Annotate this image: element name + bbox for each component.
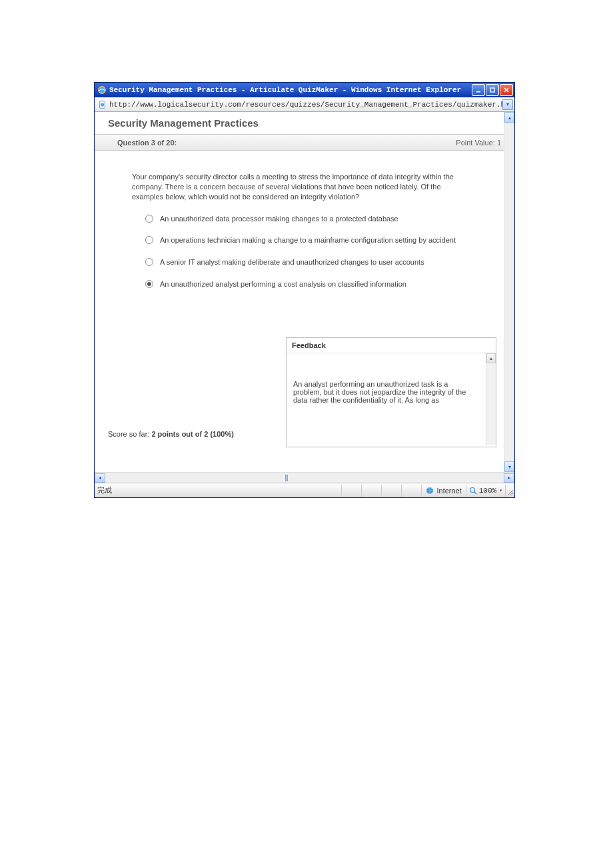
zoom-value: 100%	[479, 487, 496, 495]
quiz-body: Your company's security director calls a…	[95, 151, 514, 303]
titlebar[interactable]: Security Management Practices - Articula…	[95, 83, 514, 97]
status-panel-2	[361, 485, 381, 497]
question-text: Your company's security director calls a…	[132, 172, 468, 202]
globe-icon	[426, 487, 434, 495]
chevron-down-icon: ▾	[508, 464, 511, 470]
address-bar: http://www.logicalsecurity.com/resources…	[95, 97, 514, 112]
chevron-left-icon: ◂	[99, 475, 101, 481]
radio-c[interactable]	[145, 258, 153, 266]
ie-window: Security Management Practices - Articula…	[94, 82, 515, 498]
svg-rect-1	[476, 91, 480, 93]
question-number: Question 3 of 20:	[117, 139, 456, 147]
close-icon	[504, 87, 509, 93]
option-d[interactable]: An unauthorized analyst performing a cos…	[145, 279, 478, 289]
svg-point-6	[470, 487, 474, 492]
ie-logo-icon	[97, 85, 107, 95]
score-row: Score so far: 2 points out of 2 (100%)	[108, 430, 234, 438]
quiz-title: Security Management Practices	[108, 117, 259, 129]
feedback-panel: Feedback An analyst performing an unauth…	[286, 337, 496, 447]
score-label: Score so far:	[108, 430, 149, 438]
scroll-right-button[interactable]: ▸	[504, 473, 514, 483]
zone-label: Internet	[436, 487, 461, 495]
question-bar: Question 3 of 20: Point Value: 1	[95, 135, 514, 151]
content-area: ▴ ▾ Security Management Practices Questi…	[95, 112, 514, 472]
feedback-body: An analyst performing an unauthorized ta…	[287, 353, 496, 445]
chevron-right-icon: ▸	[508, 475, 510, 481]
chevron-down-icon: ▾	[506, 101, 509, 107]
close-button[interactable]	[500, 84, 513, 96]
radio-b[interactable]	[145, 236, 153, 244]
scroll-left-button[interactable]: ◂	[95, 473, 105, 483]
quiz-header: Security Management Practices	[95, 112, 514, 135]
maximize-button[interactable]	[486, 84, 499, 96]
zoom-control[interactable]: 100% ▾	[466, 485, 505, 497]
magnifier-icon	[469, 487, 477, 495]
option-a[interactable]: An unauthorized data processor making ch…	[145, 214, 478, 224]
horizontal-scrollbar[interactable]: ◂ ▸	[95, 472, 514, 483]
feedback-scrollbar[interactable]: ▴	[486, 353, 496, 445]
option-c[interactable]: A senior IT analyst making deliberate an…	[145, 257, 478, 267]
status-panel-3	[381, 485, 401, 497]
svg-line-7	[474, 491, 476, 494]
resize-grip[interactable]	[505, 485, 514, 497]
scroll-down-button[interactable]: ▾	[504, 461, 514, 472]
point-label: Point Value:	[456, 139, 495, 147]
zoom-dropdown-icon[interactable]: ▾	[499, 487, 502, 493]
chevron-up-icon: ▴	[508, 115, 511, 121]
svg-point-4	[101, 103, 104, 106]
option-d-label: An unauthorized analyst performing a cos…	[160, 279, 406, 289]
page-icon	[98, 100, 107, 109]
minimize-icon	[476, 87, 481, 93]
url-field[interactable]: http://www.logicalsecurity.com/resources…	[109, 101, 502, 109]
radio-a[interactable]	[145, 215, 153, 223]
feedback-scroll-up[interactable]: ▴	[486, 353, 496, 363]
feedback-text: An analyst performing an unauthorized ta…	[293, 380, 489, 404]
minimize-button[interactable]	[472, 84, 485, 96]
status-panel-4	[401, 485, 421, 497]
maximize-icon	[490, 87, 495, 93]
radio-d[interactable]	[145, 280, 153, 288]
score-value: 2 points out of 2 (100%)	[151, 430, 233, 438]
status-done: 完成	[95, 485, 115, 495]
chevron-up-icon: ▴	[490, 355, 492, 361]
point-value: 1	[497, 139, 501, 147]
option-a-label: An unauthorized data processor making ch…	[160, 214, 398, 224]
scroll-up-button[interactable]: ▴	[504, 112, 514, 123]
status-panel-1	[341, 485, 361, 497]
option-c-label: A senior IT analyst making deliberate an…	[160, 257, 424, 267]
address-dropdown-button[interactable]: ▾	[502, 99, 513, 110]
option-b[interactable]: An operations technician making a change…	[145, 235, 478, 245]
statusbar: 完成 Internet 100% ▾	[95, 483, 514, 497]
window-title: Security Management Practices - Articula…	[109, 86, 472, 94]
svg-rect-2	[490, 88, 494, 92]
hscroll-thumb[interactable]	[285, 475, 288, 481]
security-zone[interactable]: Internet	[421, 485, 465, 497]
options-list: An unauthorized data processor making ch…	[132, 214, 488, 289]
feedback-title: Feedback	[287, 338, 496, 353]
option-b-label: An operations technician making a change…	[160, 235, 456, 245]
